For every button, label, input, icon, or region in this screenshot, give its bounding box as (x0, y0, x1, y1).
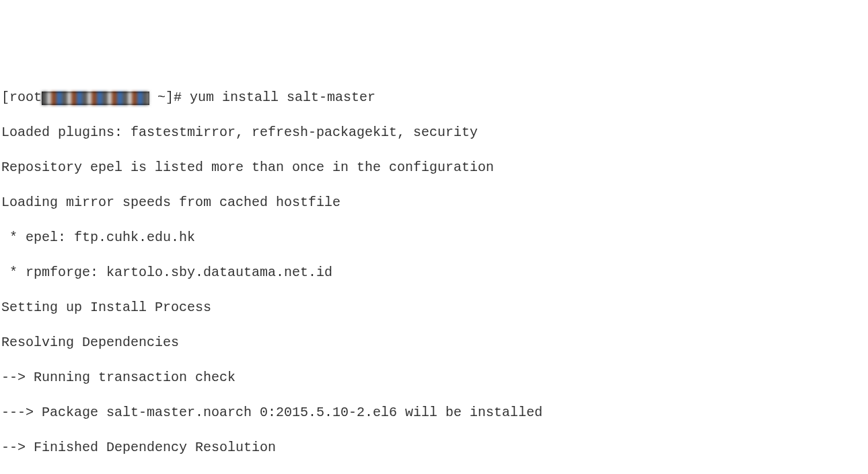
output-line: * rpmforge: kartolo.sby.datautama.net.id (1, 264, 867, 281)
output-line: Loaded plugins: fastestmirror, refresh-p… (1, 124, 867, 141)
prompt-suffix: ~]# (149, 90, 190, 105)
output-line: --> Finished Dependency Resolution (1, 439, 867, 456)
output-line: * epel: ftp.cuhk.edu.hk (1, 229, 867, 246)
output-line: Loading mirror speeds from cached hostfi… (1, 194, 867, 211)
terminal-output: [root ~]# yum install salt-master Loaded… (1, 71, 867, 474)
output-line: --> Running transaction check (1, 369, 867, 386)
output-line: Repository epel is listed more than once… (1, 159, 867, 176)
prompt-line: [root ~]# yum install salt-master (1, 89, 867, 106)
output-line: ---> Package salt-master.noarch 0:2015.5… (1, 404, 867, 421)
redacted-hostname (42, 92, 149, 105)
output-line: Resolving Dependencies (1, 334, 867, 351)
prompt-prefix: [root (1, 90, 42, 105)
output-line: Setting up Install Process (1, 299, 867, 316)
command-text: yum install salt-master (190, 90, 375, 105)
